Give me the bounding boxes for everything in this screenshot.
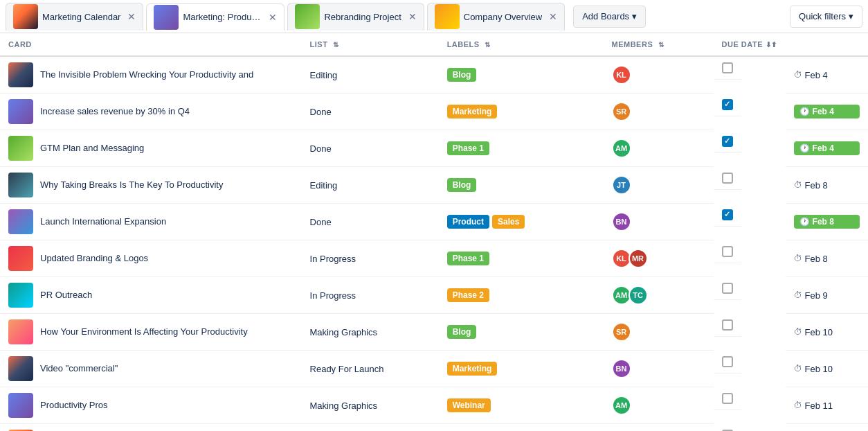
card-thumb <box>8 209 33 234</box>
labels-cell: Phase 1 <box>439 240 604 277</box>
card-title[interactable]: Productivity Pros <box>40 400 108 412</box>
table-row: How Your Environment Is Affecting Your P… <box>0 314 868 351</box>
close-icon[interactable]: ✕ <box>408 11 417 22</box>
members-cell: AM <box>604 130 714 167</box>
due-date-cell: ⏱Feb 4 <box>786 56 868 94</box>
col-header-labels[interactable]: LABELS ⇅ <box>439 33 604 56</box>
card-thumb <box>8 136 33 161</box>
list-cell: Done <box>302 130 439 167</box>
members-cell: AMTC <box>604 277 714 314</box>
tab-thumb <box>295 4 320 29</box>
checkbox-cell <box>714 167 741 190</box>
col-header-check <box>786 33 868 56</box>
table-header: CARDLIST ⇅LABELS ⇅MEMBERS ⇅DUE DATE ⬇⬆ <box>0 33 868 56</box>
row-checkbox[interactable] <box>722 209 733 220</box>
tab-company-overview[interactable]: Company Overview ✕ <box>427 3 565 30</box>
row-checkbox[interactable] <box>722 99 733 110</box>
tab-thumb <box>13 4 38 29</box>
table-row: Launch International Expansion DoneProdu… <box>0 204 868 240</box>
close-icon[interactable]: ✕ <box>269 12 277 23</box>
row-checkbox[interactable] <box>722 393 733 404</box>
table-row: Video "commercial" Ready For LaunchMarke… <box>0 351 868 387</box>
list-cell: In Progress <box>302 240 439 277</box>
card-cell: Increase sales revenue by 30% in Q4 <box>0 94 302 130</box>
checkbox-cell <box>714 424 741 432</box>
card-cell: Why Taking Breaks Is The Key To Producti… <box>0 167 302 204</box>
labels-cell: Marketing <box>439 351 604 387</box>
avatar: AM <box>612 396 631 415</box>
col-header-list[interactable]: LIST ⇅ <box>302 33 439 56</box>
list-value: Done <box>310 143 332 154</box>
tab-rebranding[interactable]: Rebranding Project ✕ <box>287 3 424 30</box>
clock-icon: 🕐 <box>799 107 810 116</box>
list-cell: Done <box>302 94 439 130</box>
row-checkbox[interactable] <box>722 319 733 331</box>
checkbox-cell <box>714 240 741 263</box>
row-checkbox[interactable] <box>722 283 733 294</box>
label-badge: Blog <box>447 68 477 82</box>
due-date-text: Feb 10 <box>805 327 833 337</box>
label-badge: Marketing <box>447 362 498 376</box>
avatar: BN <box>612 212 631 231</box>
close-icon[interactable]: ✕ <box>549 11 557 22</box>
due-date-badge: 🕐Feb 8 <box>794 215 860 229</box>
clock-icon: ⏱ <box>794 254 802 263</box>
list-value: Making Graphics <box>310 327 378 337</box>
avatar: SR <box>612 322 631 342</box>
add-boards-button[interactable]: Add Boards ▾ <box>573 6 646 28</box>
due-date-text: Feb 4 <box>805 70 828 80</box>
due-date-cell: ⏱Feb 9 <box>786 277 868 314</box>
card-title[interactable]: The Invisible Problem Wrecking Your Prod… <box>40 69 253 81</box>
card-thumb <box>8 283 33 308</box>
card-thumb <box>8 319 33 344</box>
label-badge: Phase 1 <box>447 141 489 155</box>
members-cell: KL <box>604 56 714 94</box>
tab-marketing-product[interactable]: Marketing: Product Lau... ✕ <box>146 3 284 31</box>
due-date-plain: ⏱Feb 8 <box>794 180 860 191</box>
checkbox-cell <box>714 57 741 80</box>
checkbox-cell <box>714 351 741 373</box>
list-cell: Making Graphics <box>302 387 439 424</box>
tab-label: Company Overview <box>464 12 542 22</box>
members-cell: AM <box>604 387 714 424</box>
card-title[interactable]: How Your Environment Is Affecting Your P… <box>40 326 248 338</box>
card-title[interactable]: Why Taking Breaks Is The Key To Producti… <box>40 179 223 191</box>
due-date-plain: ⏱Feb 10 <box>794 327 860 337</box>
list-cell: Making Graphics <box>302 424 439 432</box>
due-date-cell: 🕐Feb 4 <box>786 130 868 167</box>
row-checkbox[interactable] <box>722 62 733 73</box>
due-date-plain: ⏱Feb 9 <box>794 290 860 301</box>
row-checkbox[interactable] <box>722 136 733 147</box>
list-cell: Done <box>302 204 439 240</box>
card-title[interactable]: Increase sales revenue by 30% in Q4 <box>40 106 190 118</box>
due-date-text: Feb 10 <box>805 364 833 374</box>
row-checkbox[interactable] <box>722 246 733 257</box>
card-title[interactable]: Updated Branding & Logos <box>40 253 148 265</box>
list-value: Ready For Launch <box>310 364 384 374</box>
col-header-members[interactable]: MEMBERS ⇅ <box>604 33 714 56</box>
list-value: Done <box>310 107 332 117</box>
card-thumb <box>8 393 33 418</box>
labels-cell: Webinar <box>439 387 604 424</box>
sort-icon: ⇅ <box>658 41 664 49</box>
card-thumb <box>8 246 33 271</box>
card-title[interactable]: Launch International Expansion <box>40 216 166 228</box>
row-checkbox[interactable] <box>722 356 733 367</box>
tab-marketing-calendar[interactable]: Marketing Calendar ✕ <box>6 3 143 30</box>
card-cell: 5 Ways To Simplify Your Life, And Be Mor… <box>0 424 302 432</box>
row-checkbox[interactable] <box>722 173 733 184</box>
label-badge: Webinar <box>447 398 491 412</box>
avatar: BN <box>612 359 631 378</box>
clock-icon: ⏱ <box>794 70 802 80</box>
col-header-due_date[interactable]: DUE DATE ⬇⬆ <box>714 33 786 56</box>
card-title[interactable]: Video "commercial" <box>40 363 118 375</box>
card-thumb <box>8 173 33 197</box>
list-cell: Editing <box>302 167 439 204</box>
table-row: Increase sales revenue by 30% in Q4 Done… <box>0 94 868 130</box>
tab-label: Rebranding Project <box>324 12 401 22</box>
close-icon[interactable]: ✕ <box>127 11 136 22</box>
labels-cell: Phase 1 <box>439 130 604 167</box>
card-title[interactable]: GTM Plan and Messaging <box>40 143 144 155</box>
quick-filters-button[interactable]: Quick filters ▾ <box>790 6 862 28</box>
card-title[interactable]: PR Outreach <box>40 290 92 301</box>
